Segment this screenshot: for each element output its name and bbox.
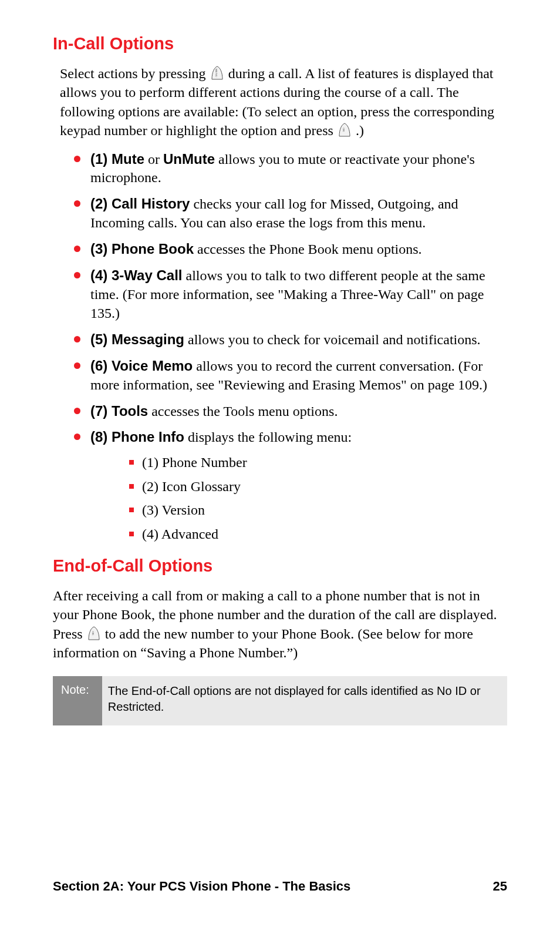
opt-title-2: UnMute: [163, 151, 215, 167]
option-list: (1) Mute or UnMute allows you to mute or…: [53, 150, 507, 543]
opt-title: (4) 3-Way Call: [90, 267, 182, 283]
list-item: (7) Tools accesses the Tools menu option…: [79, 402, 507, 421]
opt-title: (1) Mute: [90, 151, 144, 167]
note-box: Note: The End-of-Call options are not di…: [53, 676, 507, 725]
page-footer: Section 2A: Your PCS Vision Phone - The …: [53, 879, 507, 894]
opt-title: (8) Phone Info: [90, 429, 184, 445]
list-item: (3) Version: [129, 500, 507, 519]
opt-title: (6) Voice Memo: [90, 358, 193, 374]
list-item: (2) Icon Glossary: [129, 477, 507, 496]
heading-end-of-call-options: End-of-Call Options: [53, 556, 507, 576]
end-of-call-paragraph: After receiving a call from or making a …: [53, 586, 507, 663]
opt-or: or: [144, 152, 163, 167]
opt-title: (2) Call History: [90, 196, 190, 211]
list-item: (8) Phone Info displays the following me…: [79, 428, 507, 543]
opt-title: (7) Tools: [90, 403, 148, 419]
note-text: The End-of-Call options are not displaye…: [102, 676, 507, 725]
list-item: (4) Advanced: [129, 525, 507, 543]
intro-seg3: .): [356, 123, 364, 138]
opt-title: (5) Messaging: [90, 331, 184, 347]
opt-desc: displays the following menu:: [184, 429, 352, 445]
footer-page-number: 25: [493, 879, 507, 894]
eoc-seg2: to add the new number to your Phone Book…: [53, 626, 473, 660]
list-item: (1) Phone Number: [129, 453, 507, 472]
list-item: (4) 3-Way Call allows you to talk to two…: [79, 266, 507, 323]
note-label: Note:: [53, 676, 102, 725]
intro-seg1: Select actions by pressing: [60, 66, 210, 81]
opt-desc: accesses the Tools menu options.: [148, 404, 338, 419]
svg-text:MENU: MENU: [215, 69, 218, 78]
opt-desc: allows you to check for voicemail and no…: [184, 332, 481, 347]
footer-section: Section 2A: Your PCS Vision Phone - The …: [53, 879, 350, 894]
svg-text:OK: OK: [342, 128, 345, 133]
svg-text:OK: OK: [92, 631, 95, 636]
list-item: (5) Messaging allows you to check for vo…: [79, 330, 507, 350]
ok-key-icon: OK: [86, 626, 102, 641]
page: In-Call Options Select actions by pressi…: [0, 0, 560, 934]
heading-in-call-options: In-Call Options: [53, 34, 507, 53]
phone-info-sublist: (1) Phone Number (2) Icon Glossary (3) V…: [90, 453, 507, 543]
opt-desc: accesses the Phone Book menu options.: [194, 241, 422, 257]
list-item: (2) Call History checks your call log fo…: [79, 194, 507, 233]
opt-title: (3) Phone Book: [90, 241, 194, 257]
intro-paragraph: Select actions by pressing MENU during a…: [60, 64, 507, 140]
menu-key-icon: MENU: [210, 65, 225, 80]
list-item: (1) Mute or UnMute allows you to mute or…: [79, 150, 507, 188]
ok-key-icon: OK: [337, 122, 352, 137]
list-item: (6) Voice Memo allows you to record the …: [79, 357, 507, 395]
list-item: (3) Phone Book accesses the Phone Book m…: [79, 240, 507, 259]
